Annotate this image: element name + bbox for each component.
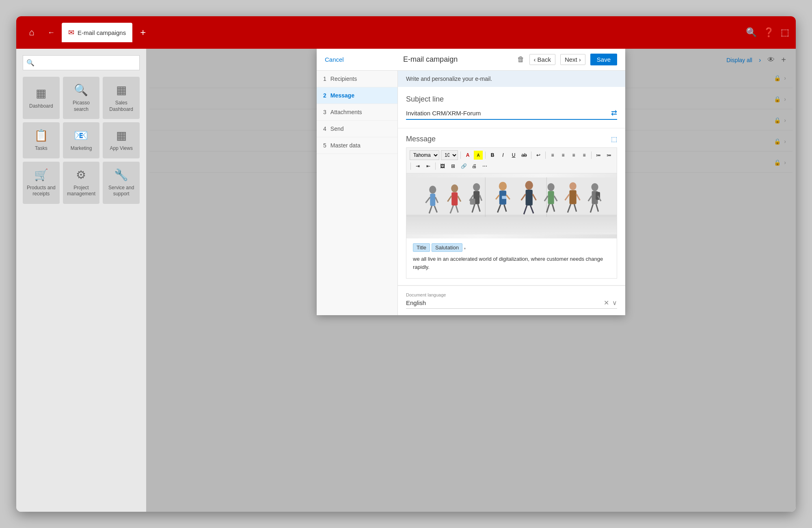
subject-action-icon[interactable]: ⇄ <box>611 108 617 117</box>
tile-products-receipts[interactable]: 🛒 Products and receipts <box>23 162 60 204</box>
top-bar-right: 🔍 ❓ ⬚ <box>746 27 789 38</box>
step-label-1: Recipients <box>330 76 357 82</box>
doc-lang-row: English ✕ ∨ <box>406 299 617 309</box>
svg-point-42 <box>569 182 576 190</box>
clear-language-icon[interactable]: ✕ <box>604 299 609 307</box>
step-num-5: 5 <box>323 142 326 149</box>
modal-overlay: Cancel E-mail campaign 🗑 ‹ Back Next › <box>146 49 796 512</box>
toolbar-sep-7 <box>435 162 436 170</box>
indent-button[interactable]: ⇥ <box>413 162 422 171</box>
service-support-icon: 🔧 <box>114 168 128 182</box>
svg-rect-37 <box>548 191 554 204</box>
add-tab-button[interactable]: + <box>136 25 150 40</box>
tile-tasks[interactable]: 📋 Tasks <box>23 122 60 158</box>
tile-tasks-label: Tasks <box>35 145 48 152</box>
tile-picasso-search[interactable]: 🔍 Picasso search <box>63 77 100 119</box>
numbered-list-button[interactable]: ≔ <box>605 151 613 160</box>
align-center-button[interactable]: ≡ <box>559 151 568 160</box>
subject-input-row: ⇄ <box>406 108 617 120</box>
home-button[interactable]: ⌂ <box>23 24 41 41</box>
insert-table-button[interactable]: ⊞ <box>449 162 458 171</box>
modal-hint: Write and personalize your e-mail. <box>398 71 625 87</box>
title-tag[interactable]: Title <box>413 243 430 252</box>
print-button[interactable]: 🖨 <box>470 162 479 171</box>
modal-title: E-mail campaign <box>403 55 458 64</box>
picasso-search-icon: 🔍 <box>74 83 88 97</box>
back-button-modal[interactable]: ‹ Back <box>529 54 555 65</box>
email-campaigns-tab[interactable]: ✉ E-mail campaigns <box>62 23 132 42</box>
tile-service-label: Service and support <box>106 185 136 197</box>
next-button-modal[interactable]: Next › <box>560 54 585 65</box>
personalization-tags: Title Salutation , <box>413 243 610 252</box>
help-icon[interactable]: ❓ <box>763 27 774 38</box>
walking-people-svg <box>406 173 617 238</box>
wizard-step-recipients[interactable]: 1 Recipients <box>317 71 397 87</box>
message-section: Message ⬚ Tahoma 10 <box>398 128 625 286</box>
bold-button[interactable]: B <box>488 151 497 160</box>
align-right-button[interactable]: ≡ <box>569 151 578 160</box>
italic-button[interactable]: I <box>499 151 508 160</box>
dropdown-language-icon[interactable]: ∨ <box>612 299 617 307</box>
editor-text-area[interactable]: Title Salutation , we all live in an acc… <box>406 238 617 276</box>
wizard-step-master-data[interactable]: 5 Master data <box>317 137 397 154</box>
strikethrough-button[interactable]: ab <box>520 151 529 160</box>
right-panel: Display all › 👁 + 🔒 › 🔒 › 🔒 › <box>146 49 796 512</box>
svg-point-30 <box>525 181 533 190</box>
sidebar-search-bar[interactable]: 🔍 <box>23 55 140 70</box>
tile-dashboard[interactable]: ▦ Dashboard <box>23 77 60 119</box>
insert-image-button[interactable]: 🖼 <box>438 162 447 171</box>
body-text: we all live in an accelerated world of d… <box>413 255 610 271</box>
message-expand-icon[interactable]: ⬚ <box>611 135 617 143</box>
svg-point-23 <box>499 182 507 191</box>
svg-rect-5 <box>430 194 435 206</box>
bullet-list-button[interactable]: ≔ <box>594 151 603 160</box>
tile-sales-dashboard[interactable]: ▦ Sales Dashboard <box>103 77 140 119</box>
subject-section: Subject line ⇄ <box>398 87 625 128</box>
wizard-step-attachments[interactable]: 3 Attachments <box>317 104 397 121</box>
toolbar-sep-2 <box>485 151 486 159</box>
highlight-button[interactable]: A <box>474 151 483 160</box>
tile-picasso-label: Picasso search <box>66 100 97 113</box>
justify-button[interactable]: ≡ <box>580 151 589 160</box>
toolbar-sep-3 <box>531 151 531 159</box>
more-button[interactable]: ⋯ <box>480 162 489 171</box>
back-button[interactable]: ← <box>44 25 58 40</box>
step-num-3: 3 <box>323 109 326 115</box>
step-num-1: 1 <box>323 76 326 82</box>
font-color-button[interactable]: A <box>463 151 472 160</box>
delete-button[interactable]: 🗑 <box>517 55 525 64</box>
search-icon[interactable]: 🔍 <box>746 27 757 38</box>
svg-rect-55 <box>406 215 617 235</box>
undo-button[interactable]: ↩ <box>534 151 543 160</box>
email-tab-icon: ✉ <box>68 28 74 37</box>
cancel-button[interactable]: Cancel <box>325 56 344 63</box>
underline-button[interactable]: U <box>509 151 518 160</box>
tile-app-views-label: App Views <box>110 145 132 152</box>
font-size-select[interactable]: 10 <box>441 150 458 160</box>
toolbar-sep-6 <box>410 162 411 170</box>
align-left-button[interactable]: ≡ <box>548 151 557 160</box>
doc-lang-icons: ✕ ∨ <box>604 299 617 307</box>
tile-service-support[interactable]: 🔧 Service and support <box>103 162 140 204</box>
step-num-2: 2 <box>323 92 326 99</box>
salutation-tag[interactable]: Salutation <box>432 243 462 252</box>
dashboard-icon: ▦ <box>36 87 46 100</box>
email-campaign-modal: Cancel E-mail campaign 🗑 ‹ Back Next › <box>317 49 625 315</box>
outdent-button[interactable]: ⇤ <box>424 162 433 171</box>
tile-app-views[interactable]: ▦ App Views <box>103 122 140 158</box>
step-label-3: Attachments <box>330 109 362 115</box>
editor-area[interactable]: Title Salutation , we all live in an acc… <box>406 173 617 279</box>
wizard-step-send[interactable]: 4 Send <box>317 121 397 137</box>
subject-input[interactable] <box>406 110 611 117</box>
font-family-select[interactable]: Tahoma <box>410 150 439 160</box>
back-label: Back <box>538 56 551 63</box>
svg-point-4 <box>429 186 436 193</box>
signout-icon[interactable]: ⬚ <box>781 27 789 38</box>
tile-project-management[interactable]: ⚙ Project management <box>63 162 100 204</box>
wizard-step-message[interactable]: 2 Message <box>317 87 397 104</box>
insert-link-button[interactable]: 🔗 <box>459 162 468 171</box>
save-button[interactable]: Save <box>590 54 617 65</box>
svg-rect-11 <box>451 193 458 206</box>
tile-marketing[interactable]: 📧 Marketing <box>63 122 100 158</box>
back-chevron-icon: ‹ <box>534 56 536 63</box>
